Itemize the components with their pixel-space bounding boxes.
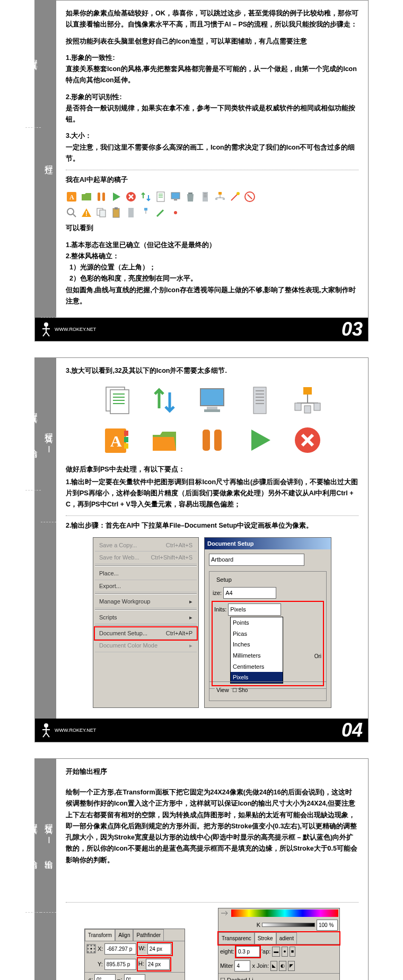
footer-url: WWW.ROKEY.NET [55, 728, 96, 733]
svg-rect-49 [207, 407, 217, 409]
tab-gradient[interactable]: adient [276, 932, 297, 944]
sidebar: 过程 过程 AI [35, 1, 56, 318]
size-select[interactable]: A4 [223, 587, 276, 599]
svg-rect-66 [124, 437, 128, 442]
paragraph: 如果你的象素点绘基础较好，OK，恭喜你，可以跳过这步，甚至觉得我的例子比较幼稚，… [66, 8, 358, 31]
svg-line-75 [46, 733, 49, 737]
folder-icon [81, 191, 92, 203]
menu-item[interactable]: Manage Workgroup▸ [95, 596, 197, 608]
weight-input[interactable]: 0.3 p [236, 946, 260, 957]
book-icon: A [101, 424, 133, 456]
folder-icon [148, 424, 180, 456]
svg-rect-69 [214, 430, 222, 451]
join-icon[interactable]: ◤ [288, 961, 295, 971]
document-icon [101, 384, 133, 416]
cap-square-icon[interactable]: ■ [290, 947, 295, 957]
svg-text:!: ! [85, 210, 87, 217]
k-slider[interactable] [262, 923, 315, 927]
svg-line-41 [46, 332, 49, 336]
book-icon: A [66, 191, 77, 203]
tab-transform[interactable]: Transform [85, 929, 115, 941]
label: x Join: [252, 961, 269, 971]
label: 'ap: [261, 947, 270, 957]
svg-rect-50 [204, 409, 220, 412]
pct-input[interactable]: 100 % [317, 920, 338, 931]
artboard-select[interactable]: Artboard [209, 554, 304, 566]
y-input[interactable]: 895.875 p [104, 959, 136, 970]
label: X: [98, 944, 103, 954]
option[interactable]: Points [231, 617, 283, 628]
sidebar-label: 过程 AI 输出 [25, 358, 41, 491]
option[interactable]: Picas [231, 628, 283, 640]
menu-item[interactable]: Place... [95, 567, 197, 580]
sidebar-label: 过程 AI 输出 [25, 759, 41, 913]
logo-icon [40, 321, 52, 337]
paragraph: 按照功能列表在头脑里创意好自己的Icon造型，可以草图辅助，有几点需要注意 [66, 36, 358, 47]
arrow-icon: ➜ [190, 965, 213, 980]
tab-pathfinder[interactable]: Pathfinder [133, 929, 164, 941]
page-number: 03 [341, 318, 363, 340]
checkbox-label[interactable]: Dashed Li [227, 977, 253, 980]
label: K [257, 920, 260, 930]
tab-stroke[interactable]: Stroke [255, 932, 276, 944]
document-icon [155, 191, 167, 203]
svg-rect-20 [223, 198, 225, 200]
menu-item[interactable]: Document Color Mode▸ [95, 640, 197, 652]
svg-rect-30 [113, 208, 119, 217]
h-input[interactable]: 24 px [146, 959, 170, 970]
menu-item[interactable]: Save for Web...Ctrl+Shift+Alt+S [95, 552, 197, 564]
menu-item[interactable]: Save a Copy...Ctrl+Alt+S [95, 539, 197, 552]
w-input[interactable]: 24 px [147, 943, 171, 955]
svg-point-36 [174, 211, 177, 214]
x-input[interactable]: -667.297 p [104, 943, 136, 955]
angle-input[interactable]: 0° [94, 974, 116, 980]
menu-item-doc-setup[interactable]: Document Setup...Ctrl+Alt+P [95, 627, 197, 640]
option[interactable]: Centimeters [231, 661, 283, 672]
list-item: 2）色彩的饱和度，亮度控制在同一水平。 [66, 273, 358, 284]
cap-round-icon[interactable]: ● [282, 947, 287, 957]
divider [66, 170, 358, 170]
cap-butt-icon[interactable]: ▬ [272, 947, 280, 957]
tab-bar: Transparenc Stroke adient [218, 932, 339, 944]
checkbox-label[interactable]: Sho [239, 687, 248, 693]
menu-item[interactable]: Scripts▸ [95, 611, 197, 624]
option[interactable]: Millimeters [231, 650, 283, 661]
tab-align[interactable]: Align [115, 929, 133, 941]
pencil-icon [155, 207, 167, 218]
svg-rect-5 [157, 192, 164, 202]
svg-text:A: A [110, 432, 122, 450]
svg-point-79 [94, 945, 95, 947]
transform-panel: Transform Align Pathfinder X:-667.297 p … [84, 929, 185, 980]
units-select[interactable]: Pixels [228, 603, 281, 616]
reference-point-icon[interactable] [86, 944, 96, 953]
icon-large-row-2: A [66, 424, 358, 456]
tab-bar: Transform Align Pathfinder [85, 929, 185, 941]
heading: 2.形象的可识别性:是否符合一般识别规律，如果实在拿不准，参考一下同类软件或是权… [66, 92, 358, 126]
label: H: [138, 959, 144, 970]
join-icon[interactable]: ◣ [270, 961, 277, 971]
server-icon [244, 384, 276, 416]
heading: 开始输出程序 [66, 766, 358, 777]
svg-point-80 [87, 948, 89, 950]
shear-input[interactable]: 0° [124, 974, 145, 980]
svg-rect-67 [124, 443, 128, 449]
tab-transparency[interactable]: Transparenc [218, 932, 255, 944]
screenshot-row: Transform Align Pathfinder X:-667.297 p … [66, 908, 358, 980]
observe-title: 可以看到 [66, 223, 358, 234]
svg-line-40 [43, 332, 46, 336]
color-slider[interactable] [231, 909, 338, 917]
svg-point-71 [44, 723, 48, 728]
svg-point-82 [94, 948, 95, 950]
option[interactable]: Inches [231, 639, 283, 650]
document-setup-dialog: Document Setup Artboard Setup ize: A4 In… [204, 537, 331, 708]
menu-item[interactable]: Export... [95, 580, 197, 593]
svg-rect-11 [188, 192, 192, 194]
page-footer: WWW.ROKEY.NET 04 [35, 719, 368, 742]
zoom-icon [66, 207, 77, 218]
join-icon[interactable]: ◐ [279, 961, 286, 971]
svg-point-22 [236, 192, 240, 195]
paragraph: 1.输出时一定要在矢量软件中把图形调到目标Icon尺寸再输出(步骤后面会讲到)，… [66, 477, 358, 511]
svg-point-81 [91, 948, 92, 950]
miter-input[interactable]: 4 [234, 960, 250, 972]
divider [66, 902, 358, 903]
